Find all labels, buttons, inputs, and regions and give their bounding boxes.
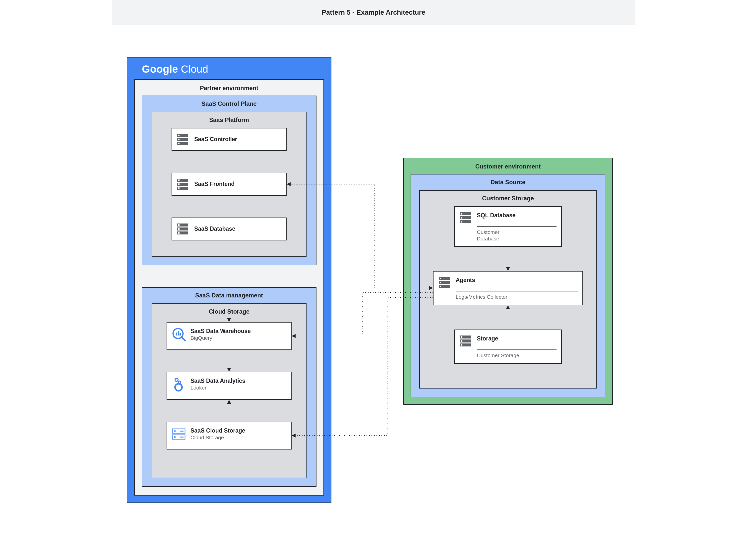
svg-rect-61 <box>461 217 462 218</box>
svg-rect-80 <box>461 336 462 338</box>
svg-rect-39 <box>167 372 291 399</box>
svg-rect-50 <box>174 436 176 438</box>
data-source-title: Data Source <box>491 179 525 185</box>
svg-text:SaaS Database: SaaS Database <box>194 225 235 232</box>
svg-rect-74 <box>440 286 441 287</box>
control-plane-title: SaaS Control Plane <box>202 100 256 107</box>
diagram-title: Pattern 5 - Example Architecture <box>322 9 425 17</box>
svg-rect-78 <box>455 330 562 364</box>
svg-text:Google Cloud: Google Cloud <box>142 63 208 75</box>
svg-text:Customer Storage: Customer Storage <box>477 352 519 358</box>
svg-text:Database: Database <box>477 236 499 241</box>
saas-control-plane: SaaS Control Plane Saas Platform <box>142 96 316 265</box>
svg-rect-9 <box>178 139 180 140</box>
svg-text:Looker: Looker <box>190 385 206 391</box>
svg-rect-72 <box>440 282 441 283</box>
svg-rect-48 <box>180 431 183 432</box>
svg-rect-34 <box>176 332 177 336</box>
svg-rect-68 <box>433 271 583 305</box>
diagram-canvas: Google Cloud Partner environment SaaS Co… <box>112 25 635 560</box>
partner-env-title: Partner environment <box>200 85 258 91</box>
cloud-storage-card: SaaS Cloud Storage Cloud Storage <box>167 422 291 449</box>
svg-text:Logs/Metrics Collector: Logs/Metrics Collector <box>456 294 508 300</box>
svg-rect-45 <box>167 422 291 449</box>
svg-text:Cloud Storage: Cloud Storage <box>190 434 224 440</box>
data-warehouse-card: SaaS Data Warehouse BigQuery <box>167 322 291 350</box>
svg-rect-15 <box>178 180 180 181</box>
svg-text:Agents: Agents <box>456 277 475 283</box>
server-icon <box>460 212 471 223</box>
sql-database-card: SQL Database Customer Database <box>455 207 562 246</box>
svg-rect-59 <box>461 213 462 215</box>
svg-text:Storage: Storage <box>477 335 498 342</box>
agents-card: Agents Logs/Metrics Collector <box>433 271 583 305</box>
svg-rect-82 <box>461 340 462 342</box>
svg-rect-25 <box>178 228 180 230</box>
cloud-storage-title: Cloud Storage <box>209 308 250 315</box>
saas-platform: Saas Platform SaaS Controller <box>152 112 306 256</box>
customer-storage-title: Customer Storage <box>482 195 534 202</box>
server-icon <box>177 134 188 145</box>
svg-text:BigQuery: BigQuery <box>190 335 212 341</box>
svg-rect-23 <box>178 224 180 226</box>
saas-controller-card: SaaS Controller <box>172 128 286 151</box>
data-analytics-card: SaaS Data Analytics Looker <box>167 372 291 399</box>
svg-text:SaaS Controller: SaaS Controller <box>194 136 237 142</box>
cloud-storage-group: Cloud Storage <box>152 304 306 478</box>
svg-rect-11 <box>178 142 180 144</box>
svg-rect-19 <box>178 187 180 189</box>
svg-text:SaaS Data Warehouse: SaaS Data Warehouse <box>190 328 251 334</box>
svg-rect-36 <box>180 333 181 336</box>
saas-database-card: SaaS Database <box>172 218 286 240</box>
svg-text:SQL Database: SQL Database <box>477 212 516 218</box>
data-source: Data Source Customer Storage <box>411 174 605 397</box>
server-icon <box>460 336 471 346</box>
gcloud-logo: Google Cloud <box>142 63 208 75</box>
svg-rect-51 <box>180 436 183 437</box>
svg-rect-7 <box>178 135 180 136</box>
storage-card: Storage Customer Storage <box>455 330 562 364</box>
svg-text:Customer: Customer <box>477 229 499 235</box>
svg-rect-70 <box>440 278 441 279</box>
customer-storage-group: Customer Storage SQL Database Cust <box>419 190 596 388</box>
svg-rect-47 <box>174 430 176 432</box>
server-icon <box>439 277 450 288</box>
customer-env-title: Customer environment <box>475 163 541 170</box>
svg-text:SaaS Frontend: SaaS Frontend <box>194 181 235 187</box>
server-icon <box>177 223 188 235</box>
svg-rect-84 <box>461 344 462 346</box>
svg-rect-17 <box>178 183 180 185</box>
customer-environment: Customer environment Data Source Custome… <box>403 158 613 404</box>
svg-rect-27 <box>178 232 180 234</box>
saas-platform-title: Saas Platform <box>209 116 249 123</box>
svg-text:SaaS Data Analytics: SaaS Data Analytics <box>190 378 245 384</box>
diagram-header: Pattern 5 - Example Architecture <box>112 0 635 25</box>
svg-text:SaaS Cloud Storage: SaaS Cloud Storage <box>190 427 245 434</box>
svg-rect-35 <box>178 331 179 336</box>
saas-frontend-card: SaaS Frontend <box>172 173 286 195</box>
server-icon <box>177 179 188 190</box>
svg-rect-63 <box>461 221 462 222</box>
svg-rect-31 <box>167 322 291 350</box>
